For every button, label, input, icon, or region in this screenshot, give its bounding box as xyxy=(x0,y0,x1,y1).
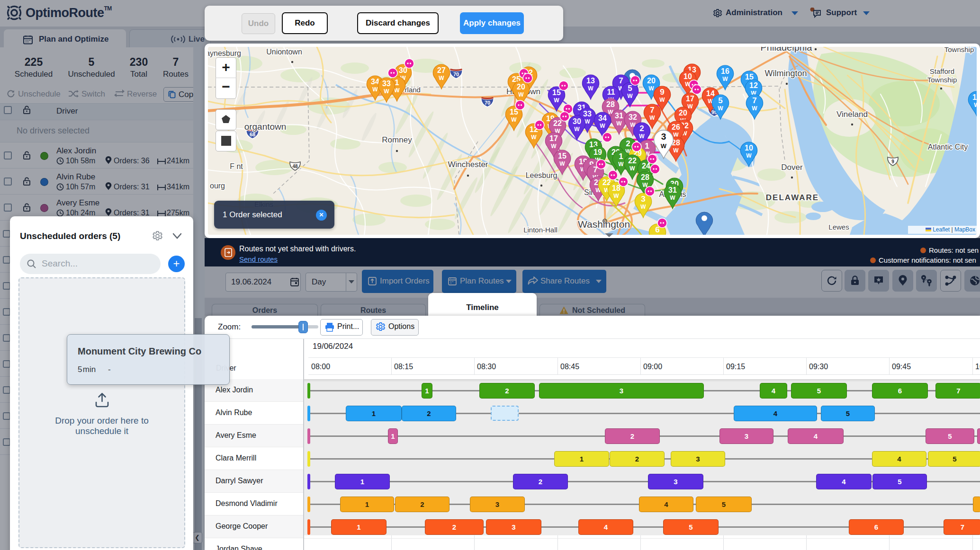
svg-text:W: W xyxy=(974,102,977,108)
svg-text:W: W xyxy=(559,160,565,167)
svg-text:W: W xyxy=(439,75,444,81)
svg-text:20: 20 xyxy=(679,109,687,117)
svg-text:W: W xyxy=(649,115,655,121)
svg-text:W: W xyxy=(627,93,633,99)
svg-text:16: 16 xyxy=(721,67,729,75)
svg-text:W: W xyxy=(554,97,559,104)
svg-text:15: 15 xyxy=(510,108,518,116)
svg-text:W: W xyxy=(655,234,660,235)
svg-text:17: 17 xyxy=(686,95,694,103)
svg-text:W: W xyxy=(574,126,580,133)
svg-text:28: 28 xyxy=(606,100,615,108)
svg-text:15: 15 xyxy=(552,89,561,97)
svg-text:18: 18 xyxy=(612,184,620,192)
svg-text:W: W xyxy=(616,120,622,127)
svg-text:W: W xyxy=(639,133,645,140)
svg-text:10: 10 xyxy=(745,144,753,152)
svg-text:32: 32 xyxy=(629,113,637,121)
svg-text:17: 17 xyxy=(549,134,558,142)
svg-text:W: W xyxy=(394,87,400,94)
svg-text:3: 3 xyxy=(661,132,666,142)
svg-text:W: W xyxy=(618,161,624,168)
svg-text:W: W xyxy=(518,91,524,98)
svg-text:1: 1 xyxy=(395,78,399,87)
svg-text:W: W xyxy=(629,165,635,172)
svg-text:5: 5 xyxy=(718,96,722,105)
svg-text:W: W xyxy=(372,86,378,93)
svg-text:22: 22 xyxy=(553,119,562,127)
svg-text:W: W xyxy=(752,105,757,112)
svg-text:3: 3 xyxy=(641,195,645,204)
svg-text:30: 30 xyxy=(573,117,581,125)
svg-text:W: W xyxy=(613,193,619,199)
svg-text:W: W xyxy=(661,142,667,150)
svg-text:1: 1 xyxy=(645,142,649,151)
svg-text:W: W xyxy=(384,88,389,95)
svg-text:W: W xyxy=(659,97,665,103)
svg-text:W: W xyxy=(511,116,517,123)
svg-text:34: 34 xyxy=(598,114,607,122)
svg-text:W: W xyxy=(588,85,593,92)
svg-text:11: 11 xyxy=(607,88,615,96)
svg-text:33: 33 xyxy=(583,110,592,118)
svg-text:22: 22 xyxy=(628,157,637,165)
svg-text:W: W xyxy=(600,123,605,129)
svg-text:30: 30 xyxy=(399,66,407,74)
svg-text:12: 12 xyxy=(749,81,758,89)
svg-text:24: 24 xyxy=(642,162,650,170)
svg-text:W: W xyxy=(722,76,728,82)
svg-text:7: 7 xyxy=(619,76,623,85)
svg-text:33: 33 xyxy=(382,80,391,88)
svg-text:W: W xyxy=(640,204,646,210)
svg-text:31: 31 xyxy=(668,186,677,194)
svg-text:27: 27 xyxy=(437,66,446,74)
svg-text:7: 7 xyxy=(752,96,756,105)
svg-text:13: 13 xyxy=(586,77,595,85)
svg-text:14: 14 xyxy=(706,89,715,98)
svg-text:W: W xyxy=(648,85,654,92)
svg-text:9: 9 xyxy=(660,88,664,97)
svg-text:2: 2 xyxy=(626,139,630,148)
svg-text:W: W xyxy=(673,147,679,154)
svg-text:20: 20 xyxy=(517,83,525,91)
svg-text:5: 5 xyxy=(628,84,632,93)
svg-text:15: 15 xyxy=(558,152,566,160)
svg-text:26: 26 xyxy=(672,123,680,131)
svg-text:19: 19 xyxy=(593,148,602,156)
svg-text:1: 1 xyxy=(619,152,623,161)
svg-text:31: 31 xyxy=(615,112,623,120)
svg-text:W: W xyxy=(531,134,537,141)
svg-text:W: W xyxy=(746,152,752,159)
svg-text:W: W xyxy=(551,143,557,150)
svg-text:28: 28 xyxy=(641,173,649,181)
svg-text:10: 10 xyxy=(683,72,692,80)
svg-text:W: W xyxy=(718,105,723,112)
svg-text:7: 7 xyxy=(650,106,654,115)
svg-text:20: 20 xyxy=(647,77,656,85)
svg-text:13: 13 xyxy=(972,93,977,101)
svg-text:2: 2 xyxy=(639,124,644,133)
svg-text:W: W xyxy=(670,195,675,201)
